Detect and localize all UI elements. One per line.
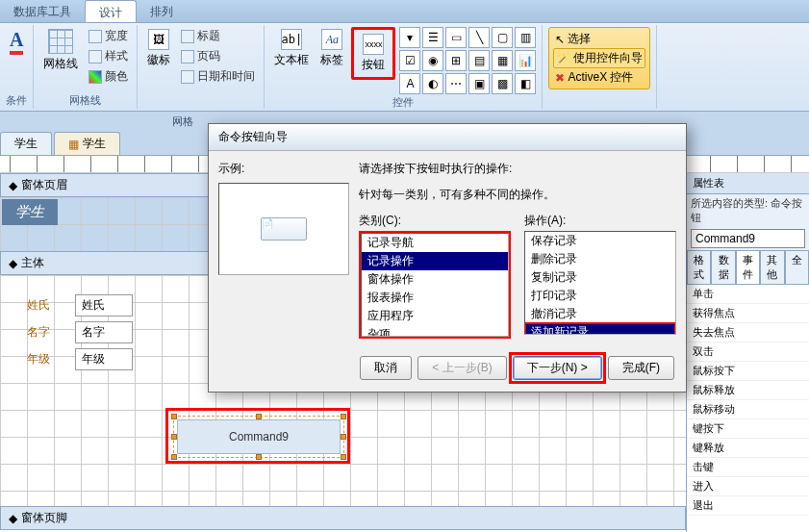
- button-control-button[interactable]: xxxx按钮: [351, 27, 395, 80]
- logo-button[interactable]: 🖼徽标: [143, 27, 174, 70]
- example-preview: 📄: [218, 183, 349, 275]
- textbox-button[interactable]: ab|文本框: [270, 27, 313, 70]
- back-button[interactable]: < 上一步(B): [417, 356, 506, 380]
- prop-row[interactable]: 退出: [687, 496, 809, 516]
- category-label: 类别(C):: [359, 213, 511, 229]
- action-label: 操作(A):: [524, 213, 676, 229]
- prop-title: 属性表: [687, 173, 809, 194]
- width-button[interactable]: 宽度: [86, 27, 131, 45]
- action-item[interactable]: 添加新记录: [525, 323, 675, 335]
- field-firstname-box[interactable]: 名字: [75, 321, 133, 343]
- doc-tab-student2[interactable]: ▦学生: [54, 132, 120, 155]
- ctrl-page-icon[interactable]: ▦: [492, 50, 513, 71]
- prop-tab-other[interactable]: 其他: [760, 250, 784, 284]
- action-listbox[interactable]: 保存记录删除记录复制记录打印记录撤消记录添加新记录: [524, 231, 676, 335]
- prop-row[interactable]: 失去焦点: [687, 323, 809, 342]
- ctrl-d-icon[interactable]: ▣: [468, 73, 490, 94]
- style-button[interactable]: 样式: [86, 47, 131, 65]
- category-listbox[interactable]: 记录导航记录操作窗体操作报表操作应用程序杂项: [361, 233, 509, 337]
- ctrl-b-icon[interactable]: ◐: [422, 73, 443, 94]
- category-item[interactable]: 应用程序: [362, 307, 508, 325]
- prop-subtitle: 所选内容的类型: 命令按钮: [687, 194, 809, 227]
- category-item[interactable]: 报表操作: [362, 289, 508, 307]
- field-lastname[interactable]: 姓氏 姓氏: [27, 294, 133, 317]
- ctrl-e-icon[interactable]: ▩: [492, 73, 513, 94]
- category-item[interactable]: 记录操作: [362, 252, 508, 270]
- color-button[interactable]: 颜色: [86, 67, 131, 86]
- command9-button[interactable]: Command9: [177, 419, 341, 454]
- ctrl-check-icon[interactable]: ☑: [399, 50, 420, 71]
- prop-row[interactable]: 单击: [687, 285, 809, 304]
- prop-row[interactable]: 击键: [687, 458, 809, 477]
- select-panel: ↖选择 🪄使用控件向导 ✖ActiveX 控件: [548, 27, 650, 89]
- datetime-button[interactable]: 日期和时间: [178, 67, 258, 86]
- example-button-icon: 📄: [261, 217, 307, 241]
- field-grade-box[interactable]: 年级: [75, 348, 133, 370]
- label-button[interactable]: Aa标签: [316, 27, 347, 70]
- category-item[interactable]: 窗体操作: [362, 270, 508, 289]
- prop-event-list[interactable]: 单击 获得焦点 失去焦点 双击 鼠标按下 鼠标释放 鼠标移动 键按下 键释放 击…: [687, 285, 809, 532]
- prop-row[interactable]: 鼠标移动: [687, 400, 809, 419]
- field-firstname[interactable]: 名字 名字: [27, 321, 133, 343]
- prop-row[interactable]: 获得焦点: [687, 304, 809, 323]
- ctrl-tog-icon[interactable]: ⊞: [445, 50, 467, 71]
- prop-row[interactable]: 双击: [687, 342, 809, 362]
- tab-design[interactable]: 设计: [85, 0, 137, 22]
- group-conditional-label: 条件: [6, 92, 27, 109]
- gridlines-button[interactable]: 网格线: [39, 27, 82, 74]
- tab-arrange[interactable]: 排列: [137, 0, 187, 22]
- title-button[interactable]: 标题: [178, 27, 258, 45]
- prop-object-select[interactable]: Command9: [691, 229, 805, 248]
- finish-button[interactable]: 完成(F): [608, 356, 674, 380]
- ctrl-rect-icon[interactable]: ▢: [492, 27, 513, 48]
- dialog-title: 命令按钮向导: [209, 124, 686, 151]
- property-sheet: 属性表 所选内容的类型: 命令按钮 Command9 格式 数据 事件 其他 全…: [686, 173, 809, 532]
- action-item[interactable]: 删除记录: [525, 250, 675, 268]
- category-item[interactable]: 记录导航: [362, 234, 508, 252]
- prop-tab-data[interactable]: 数据: [711, 250, 735, 284]
- prop-tab-format[interactable]: 格式: [687, 250, 711, 284]
- form-title-label[interactable]: 学生: [2, 199, 58, 225]
- ctrl-list-icon[interactable]: ☰: [422, 27, 443, 48]
- use-wizard-toggle[interactable]: 🪄使用控件向导: [553, 48, 645, 68]
- prop-tab-event[interactable]: 事件: [736, 250, 760, 284]
- ribbon: A 条件 网格线 宽度 样式 颜色 网格线 🖼徽标 标题 页码 日期和时间: [0, 23, 809, 112]
- doc-tab-student1[interactable]: 学生: [0, 132, 52, 155]
- ctrl-combo-icon[interactable]: ▾: [399, 27, 420, 48]
- ctrl-img-icon[interactable]: ▥: [515, 27, 536, 48]
- field-grade[interactable]: 年级 年级: [27, 348, 133, 370]
- field-lastname-box[interactable]: 姓氏: [75, 294, 133, 317]
- action-item[interactable]: 保存记录: [525, 232, 675, 250]
- action-item[interactable]: 打印记录: [525, 287, 675, 305]
- ribbon-tabs: 数据库工具 设计 排列: [0, 0, 809, 23]
- prop-tab-all[interactable]: 全: [785, 250, 809, 284]
- prop-row[interactable]: 进入: [687, 477, 809, 496]
- example-label: 示例:: [218, 161, 349, 177]
- tab-dbtools[interactable]: 数据库工具: [0, 0, 85, 22]
- command-button-wizard-dialog: 命令按钮向导 示例: 📄 请选择按下按钮时执行的操作: 针对每一类别，可有多种不…: [208, 123, 687, 393]
- ctrl-f-icon[interactable]: ◧: [515, 73, 536, 94]
- ctrl-a-icon[interactable]: A: [399, 73, 420, 94]
- prop-row[interactable]: 键按下: [687, 419, 809, 439]
- next-button[interactable]: 下一步(N) >: [513, 356, 602, 380]
- ctrl-c-icon[interactable]: ⋯: [445, 73, 467, 94]
- category-item[interactable]: 杂项: [362, 325, 508, 337]
- prop-row[interactable]: 鼠标释放: [687, 381, 809, 400]
- select-button[interactable]: ↖选择: [553, 30, 645, 48]
- prop-row[interactable]: 键释放: [687, 439, 809, 458]
- ctrl-line-icon[interactable]: ╲: [468, 27, 490, 48]
- pageno-button[interactable]: 页码: [178, 47, 258, 65]
- action-item[interactable]: 撤消记录: [525, 305, 675, 323]
- action-item[interactable]: 复制记录: [525, 268, 675, 287]
- instruction2: 针对每一类别，可有多种不同的操作。: [359, 187, 676, 203]
- ctrl-chart-icon[interactable]: 📊: [515, 50, 536, 71]
- cancel-button[interactable]: 取消: [360, 356, 412, 380]
- ctrl-tab-icon[interactable]: ▤: [468, 50, 490, 71]
- font-color-button[interactable]: A: [6, 27, 27, 57]
- section-footer-bar[interactable]: ◆窗体页脚: [0, 506, 686, 530]
- ctrl-sub-icon[interactable]: ▭: [445, 27, 467, 48]
- prop-row[interactable]: 鼠标按下: [687, 362, 809, 381]
- activex-button[interactable]: ✖ActiveX 控件: [553, 68, 645, 87]
- ctrl-opt-icon[interactable]: ◉: [422, 50, 443, 71]
- instruction1: 请选择按下按钮时执行的操作:: [359, 161, 676, 177]
